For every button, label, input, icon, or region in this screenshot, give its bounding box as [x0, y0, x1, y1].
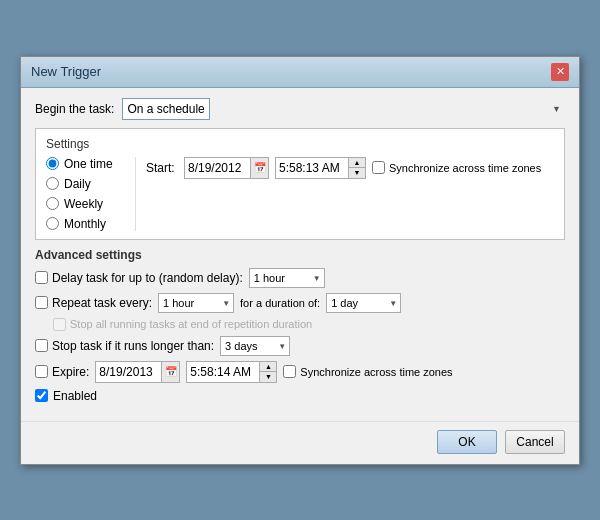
advanced-section: Advanced settings Delay task for up to (…	[35, 248, 565, 403]
expire-checkbox[interactable]	[35, 365, 48, 378]
expire-checkbox-label[interactable]: Expire:	[35, 365, 89, 379]
start-date-input[interactable]	[185, 158, 250, 178]
expire-row: Expire: 📅 ▲ ▼ Synchronize across time zo…	[35, 361, 565, 383]
delay-task-checkbox-label[interactable]: Delay task for up to (random delay):	[35, 271, 243, 285]
settings-inner: One time Daily Weekly Monthly	[46, 157, 554, 231]
schedule-radio-group: One time Daily Weekly Monthly	[46, 157, 136, 231]
radio-one-time[interactable]: One time	[46, 157, 125, 171]
delay-select[interactable]: 1 hour 30 minutes 2 hours	[249, 268, 325, 288]
radio-weekly-input[interactable]	[46, 197, 59, 210]
radio-one-time-label: One time	[64, 157, 113, 171]
expire-sync-row: Synchronize across time zones	[283, 365, 452, 378]
sync-timezone-label: Synchronize across time zones	[389, 162, 541, 174]
expire-spin-up[interactable]: ▲	[260, 362, 276, 372]
stop-all-checkbox[interactable]	[53, 318, 66, 331]
delay-task-checkbox[interactable]	[35, 271, 48, 284]
delay-select-wrapper: 1 hour 30 minutes 2 hours	[249, 268, 325, 288]
radio-one-time-input[interactable]	[46, 157, 59, 170]
cancel-button[interactable]: Cancel	[505, 430, 565, 454]
sync-timezone-checkbox[interactable]	[372, 161, 385, 174]
sync-checkbox-row: Synchronize across time zones	[372, 161, 541, 174]
delay-task-row: Delay task for up to (random delay): 1 h…	[35, 268, 565, 288]
expire-date-wrapper: 📅	[95, 361, 180, 383]
expire-spin-down[interactable]: ▼	[260, 372, 276, 382]
start-time-input[interactable]	[276, 158, 348, 178]
time-spin-buttons: ▲ ▼	[348, 158, 365, 178]
stop-task-select[interactable]: 3 days 1 day 2 hours	[220, 336, 290, 356]
start-label: Start:	[146, 161, 178, 175]
expire-label: Expire:	[52, 365, 89, 379]
calendar-button[interactable]: 📅	[250, 158, 268, 178]
begin-task-select[interactable]: On a schedule At log on At startup	[122, 98, 210, 120]
repeat-task-label: Repeat task every:	[52, 296, 152, 310]
ok-button[interactable]: OK	[437, 430, 497, 454]
footer-row: OK Cancel	[21, 421, 579, 464]
radio-weekly[interactable]: Weekly	[46, 197, 125, 211]
expire-spin-buttons: ▲ ▼	[259, 362, 276, 382]
begin-task-label: Begin the task:	[35, 102, 114, 116]
repeat-task-row: Repeat task every: 1 hour 30 minutes 2 h…	[35, 293, 565, 313]
repeat-select-wrapper: 1 hour 30 minutes 2 hours	[158, 293, 234, 313]
duration-select[interactable]: 1 day Indefinitely	[326, 293, 401, 313]
for-duration-label: for a duration of:	[240, 297, 320, 309]
stop-task-checkbox[interactable]	[35, 339, 48, 352]
stop-all-checkbox-label: Stop all running tasks at end of repetit…	[53, 318, 565, 331]
enabled-label: Enabled	[53, 389, 97, 403]
dialog-title: New Trigger	[31, 64, 101, 79]
expire-calendar-button[interactable]: 📅	[161, 362, 179, 382]
radio-daily[interactable]: Daily	[46, 177, 125, 191]
close-button[interactable]: ✕	[551, 63, 569, 81]
repeat-task-checkbox-label[interactable]: Repeat task every:	[35, 296, 152, 310]
stop-task-select-wrapper: 3 days 1 day 2 hours	[220, 336, 290, 356]
stop-all-label: Stop all running tasks at end of repetit…	[70, 318, 312, 330]
duration-select-wrapper: 1 day Indefinitely	[326, 293, 401, 313]
stop-all-row: Stop all running tasks at end of repetit…	[53, 318, 565, 331]
repeat-task-checkbox[interactable]	[35, 296, 48, 309]
radio-monthly-label: Monthly	[64, 217, 106, 231]
enabled-row: Enabled	[35, 389, 565, 403]
settings-group: Settings One time Daily Weekly	[35, 128, 565, 240]
settings-group-label: Settings	[46, 137, 554, 151]
date-input-wrapper: 📅	[184, 157, 269, 179]
title-bar: New Trigger ✕	[21, 57, 579, 88]
begin-task-row: Begin the task: On a schedule At log on …	[35, 98, 565, 120]
enabled-checkbox[interactable]	[35, 389, 48, 402]
repeat-select[interactable]: 1 hour 30 minutes 2 hours	[158, 293, 234, 313]
begin-task-select-wrapper: On a schedule At log on At startup	[122, 98, 565, 120]
expire-sync-checkbox[interactable]	[283, 365, 296, 378]
time-input-wrapper: ▲ ▼	[275, 157, 366, 179]
expire-time-input[interactable]	[187, 362, 259, 382]
stop-task-row: Stop task if it runs longer than: 3 days…	[35, 336, 565, 356]
time-spin-up[interactable]: ▲	[349, 158, 365, 168]
stop-task-checkbox-label[interactable]: Stop task if it runs longer than:	[35, 339, 214, 353]
radio-monthly-input[interactable]	[46, 217, 59, 230]
radio-weekly-label: Weekly	[64, 197, 103, 211]
new-trigger-dialog: New Trigger ✕ Begin the task: On a sched…	[20, 56, 580, 465]
radio-daily-label: Daily	[64, 177, 91, 191]
stop-task-label: Stop task if it runs longer than:	[52, 339, 214, 353]
radio-daily-input[interactable]	[46, 177, 59, 190]
delay-task-label: Delay task for up to (random delay):	[52, 271, 243, 285]
start-row: Start: 📅 ▲ ▼	[146, 157, 554, 179]
radio-monthly[interactable]: Monthly	[46, 217, 125, 231]
expire-sync-label: Synchronize across time zones	[300, 366, 452, 378]
expire-time-wrapper: ▲ ▼	[186, 361, 277, 383]
dialog-body: Begin the task: On a schedule At log on …	[21, 88, 579, 421]
start-area: Start: 📅 ▲ ▼	[146, 157, 554, 231]
time-spin-down[interactable]: ▼	[349, 168, 365, 178]
advanced-title: Advanced settings	[35, 248, 565, 262]
expire-date-input[interactable]	[96, 362, 161, 382]
